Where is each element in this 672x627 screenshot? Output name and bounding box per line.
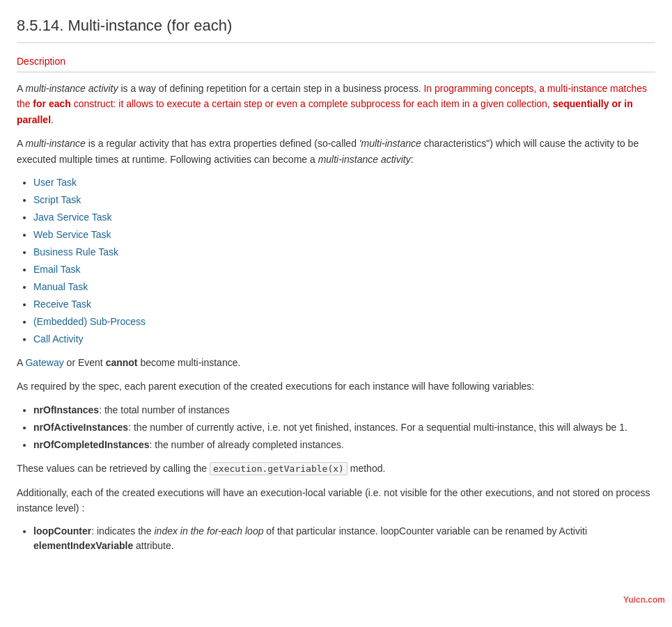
list-item: Web Service Task bbox=[33, 228, 655, 242]
italic-multi-instance-chars: 'multi-instance bbox=[359, 138, 421, 149]
list-item: Java Service Task bbox=[33, 210, 655, 225]
paragraph-2: A multi-instance is a regular activity t… bbox=[17, 136, 655, 167]
list-item: nrOfCompletedInstances: the number of al… bbox=[33, 438, 655, 452]
var-desc-1: : the total number of instances bbox=[99, 404, 230, 415]
var-name-3: nrOfCompletedInstances bbox=[33, 439, 149, 450]
java-service-task-link[interactable]: Java Service Task bbox=[33, 212, 112, 223]
gateway-paragraph: A Gateway or Event cannot become multi-i… bbox=[17, 355, 655, 370]
list-item: Email Task bbox=[33, 262, 655, 277]
web-service-task-link[interactable]: Web Service Task bbox=[33, 229, 111, 240]
var-name-1: nrOfInstances bbox=[33, 404, 99, 415]
list-item: nrOfActiveInstances: the number of curre… bbox=[33, 420, 655, 435]
loop-counter-italic: index in the for-each loop bbox=[155, 525, 264, 537]
business-rule-task-link[interactable]: Business Rule Task bbox=[33, 246, 118, 257]
italic-multi-instance-activity: multi-instance activity bbox=[318, 154, 411, 165]
gateway-link[interactable]: Gateway bbox=[25, 357, 63, 368]
var-desc-2: : the number of currently active, i.e. n… bbox=[128, 422, 627, 433]
script-task-link[interactable]: Script Task bbox=[33, 194, 81, 205]
list-item: nrOfInstances: the total number of insta… bbox=[33, 403, 655, 418]
loop-counter-list: loopCounter: indicates the index in the … bbox=[33, 524, 655, 553]
bold-for-each: for each bbox=[33, 98, 70, 109]
list-item: Call Activity bbox=[33, 332, 655, 347]
additionally-paragraph: Additionally, each of the created execut… bbox=[17, 485, 655, 516]
variables-list: nrOfInstances: the total number of insta… bbox=[33, 403, 655, 452]
italic-multi-instance: multi-instance bbox=[25, 138, 85, 149]
manual-task-link[interactable]: Manual Task bbox=[33, 281, 88, 292]
list-item: User Task bbox=[33, 175, 655, 190]
user-task-link[interactable]: User Task bbox=[33, 177, 77, 188]
bold-sequential: sequentially or in parallel bbox=[17, 98, 633, 125]
italic-text-1: multi-instance activity bbox=[25, 83, 118, 94]
call-activity-link[interactable]: Call Activity bbox=[33, 333, 84, 344]
loop-counter-name: loopCounter bbox=[33, 525, 91, 537]
receive-task-link[interactable]: Receive Task bbox=[33, 299, 91, 310]
list-item: Manual Task bbox=[33, 280, 655, 294]
list-item: loopCounter: indicates the index in the … bbox=[33, 524, 655, 553]
element-index-variable: elementIndexVariable bbox=[33, 540, 133, 551]
retrieval-paragraph: These values can be retrieved by calling… bbox=[17, 461, 655, 477]
activity-list: User Task Script Task Java Service Task … bbox=[33, 175, 655, 347]
list-item: Script Task bbox=[33, 193, 655, 207]
spec-paragraph: As required by the spec, each parent exe… bbox=[17, 379, 655, 394]
var-desc-3: : the number of already completed instan… bbox=[149, 439, 343, 450]
embedded-subprocess-link[interactable]: (Embedded) Sub-Process bbox=[33, 316, 146, 327]
list-item: (Embedded) Sub-Process bbox=[33, 315, 655, 329]
page-title: 8.5.14. Multi-instance (for each) bbox=[17, 14, 655, 43]
paragraph-1: A multi-instance activity is a way of de… bbox=[17, 81, 655, 127]
description-label: Description bbox=[17, 54, 655, 72]
email-task-link[interactable]: Email Task bbox=[33, 264, 80, 275]
code-snippet: execution.getVariable(x) bbox=[210, 462, 347, 475]
list-item: Business Rule Task bbox=[33, 245, 655, 260]
cannot-text: cannot bbox=[106, 357, 138, 368]
list-item: Receive Task bbox=[33, 297, 655, 312]
var-name-2: nrOfActiveInstances bbox=[33, 422, 128, 433]
